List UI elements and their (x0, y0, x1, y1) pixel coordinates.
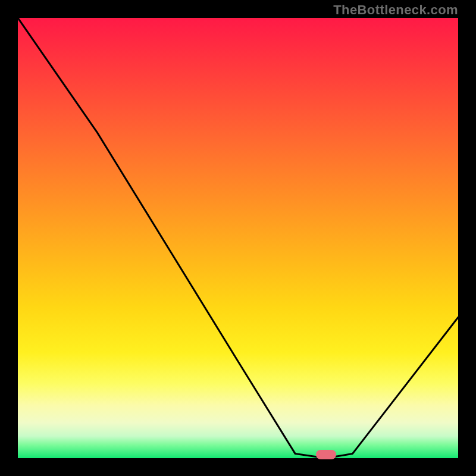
chart-plot-area (18, 18, 458, 458)
watermark-text: TheBottleneck.com (333, 2, 458, 18)
bottleneck-curve-path (18, 18, 458, 458)
optimal-point-marker (316, 450, 336, 459)
chart-curve (18, 18, 458, 458)
